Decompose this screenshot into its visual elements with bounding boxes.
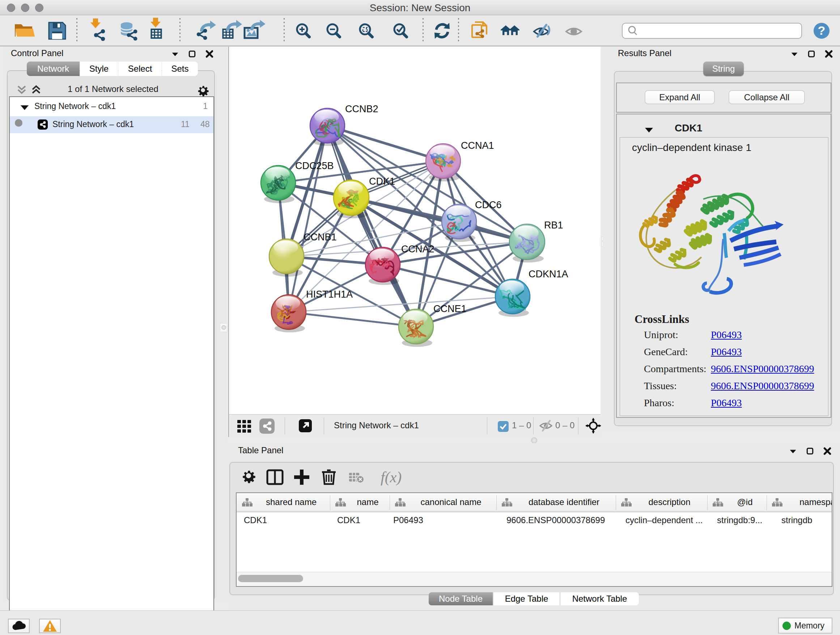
svg-text:CDKN1A: CDKN1A [529,269,568,279]
svg-text:HIST1H1A: HIST1H1A [306,289,353,300]
svg-text:CCNA2: CCNA2 [401,244,434,255]
svg-text:f(x): f(x) [381,469,401,486]
svg-text:CCNE1: CCNE1 [433,303,467,314]
svg-text:CDK1: CDK1 [369,176,395,187]
svg-text:RB1: RB1 [544,220,563,231]
svg-text:CCNB1: CCNB1 [303,232,337,242]
svg-text:CDC25B: CDC25B [295,160,334,171]
svg-text:CCNB2: CCNB2 [345,103,378,114]
svg-text:CCNA1: CCNA1 [461,140,494,151]
svg-text:?: ? [818,24,826,37]
svg-text:CDC6: CDC6 [475,200,502,211]
